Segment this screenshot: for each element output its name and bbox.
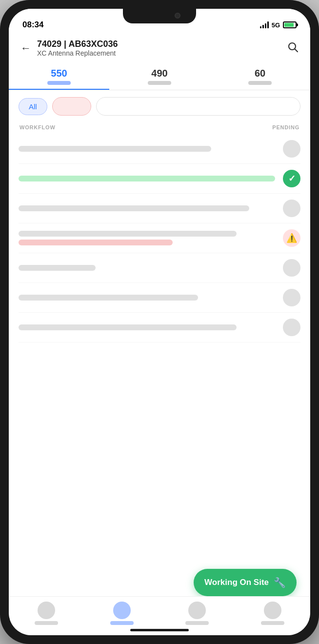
table-row[interactable] [19, 283, 300, 313]
table-row[interactable] [19, 194, 300, 223]
table-row[interactable] [19, 134, 300, 164]
work-order-subtitle: XC Antenna Replacement [37, 49, 118, 57]
header-title-group: 74029 | AB63XC036 XC Antenna Replacement [37, 39, 118, 57]
tab-550-pill [47, 81, 71, 85]
table-row[interactable] [19, 313, 300, 342]
filter-long-pill[interactable] [96, 97, 300, 116]
nav-label-1 [35, 621, 58, 625]
home-indicator [130, 629, 189, 631]
pending-label: PENDING [272, 124, 299, 130]
battery-icon [283, 21, 297, 28]
status-indicator-default [283, 259, 300, 277]
nav-icon-3 [188, 602, 206, 619]
tab-60-number: 60 [255, 68, 265, 79]
nav-icon-2 [113, 602, 131, 619]
phone-screen: 08:34 5G ← 74029 | AB63XC036 [9, 9, 310, 635]
tab-550-number: 550 [51, 68, 67, 79]
nav-item-2[interactable] [110, 602, 134, 625]
workflow-bar-wrap [19, 265, 283, 271]
workflow-bar-pink [19, 240, 173, 245]
nav-item-3[interactable] [185, 602, 209, 625]
status-indicator-default [283, 289, 300, 306]
table-row[interactable]: ✓ [19, 164, 300, 194]
working-on-site-button[interactable]: Working On Site 🔧 [194, 569, 297, 596]
fab-label: Working On Site [204, 578, 269, 587]
status-icons: 5G [260, 21, 297, 29]
nav-icon-4 [264, 602, 281, 619]
search-button[interactable] [287, 41, 299, 56]
filter-pink-button[interactable] [52, 97, 91, 116]
work-order-id: 74029 | AB63XC036 [37, 39, 118, 49]
workflow-bar [19, 265, 96, 271]
back-button[interactable]: ← [20, 43, 31, 54]
battery-fill [284, 23, 294, 27]
network-label: 5G [272, 21, 280, 29]
status-indicator-default [283, 319, 300, 336]
workflow-bar-wrap [19, 324, 283, 330]
tab-490-number: 490 [151, 68, 167, 79]
tab-550[interactable]: 550 [9, 63, 109, 90]
status-indicator-default [283, 140, 300, 158]
warning-icon: ⚠️ [286, 233, 297, 243]
fab-container: Working On Site 🔧 [194, 569, 297, 596]
workflow-bar-green [19, 176, 275, 181]
status-indicator-green: ✓ [283, 170, 300, 187]
workflow-bar [19, 146, 211, 152]
nav-label-3 [185, 621, 209, 625]
header-left: ← 74029 | AB63XC036 XC Antenna Replaceme… [20, 39, 118, 57]
workflow-bar-wrap [19, 176, 283, 181]
notch [123, 9, 196, 23]
status-indicator-default [283, 200, 300, 217]
status-time: 08:34 [22, 20, 43, 30]
table-row[interactable]: ⚠️ [19, 223, 300, 253]
wrench-icon: 🔧 [274, 577, 286, 588]
signal-bars-icon [260, 21, 269, 28]
workflow-bar [19, 295, 198, 301]
workflow-bar-wrap [19, 231, 283, 245]
tab-60-pill [248, 81, 272, 85]
tab-60[interactable]: 60 [210, 63, 310, 90]
phone-frame: 08:34 5G ← 74029 | AB63XC036 [0, 0, 319, 644]
nav-icon-1 [38, 602, 55, 619]
nav-label-2 [110, 621, 134, 625]
camera [175, 13, 180, 19]
workflow-label: WORKFLOW [20, 124, 56, 130]
tab-490-pill [148, 81, 171, 85]
nav-item-4[interactable] [261, 602, 284, 625]
status-bar: 08:34 5G [9, 9, 310, 35]
tab-490[interactable]: 490 [109, 63, 210, 90]
workflow-list: ✓ ⚠️ [9, 134, 310, 635]
workflow-bar [19, 231, 237, 237]
filter-row: All [9, 90, 310, 122]
nav-label-4 [261, 621, 284, 625]
filter-all-button[interactable]: All [19, 98, 47, 115]
workflow-bar-wrap [19, 205, 283, 211]
nav-item-1[interactable] [35, 602, 58, 625]
workflow-bar-wrap [19, 295, 283, 301]
workflow-bar [19, 205, 249, 211]
header: ← 74029 | AB63XC036 XC Antenna Replaceme… [9, 35, 310, 63]
workflow-bar-wrap [19, 146, 283, 152]
section-header: WORKFLOW PENDING [9, 122, 310, 134]
status-indicator-warning: ⚠️ [283, 229, 300, 247]
check-icon: ✓ [288, 173, 296, 184]
tabs-container: 550 490 60 [9, 63, 310, 90]
svg-line-1 [295, 49, 298, 52]
table-row[interactable] [19, 253, 300, 283]
workflow-bar [19, 324, 237, 330]
